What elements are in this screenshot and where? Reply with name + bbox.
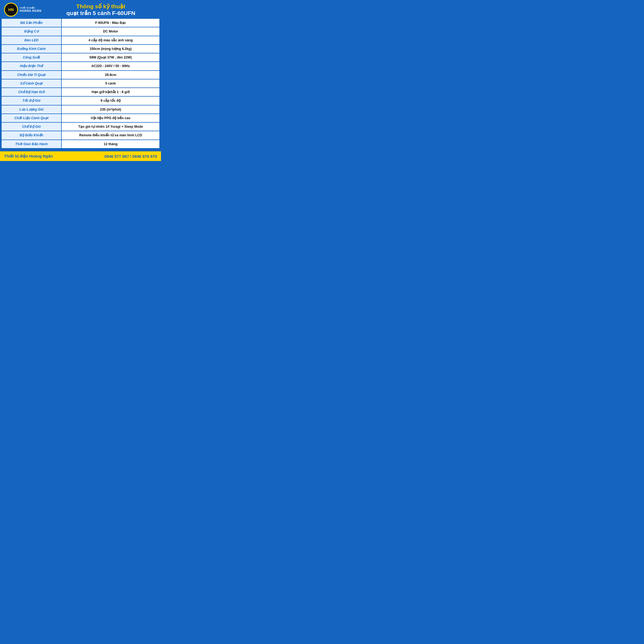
table-row: Lưu Lượng Gió235 (m³/phút) [2,105,159,114]
footer-brand: Thiết bị điện Hoàng Ngân [4,154,53,159]
row-label: Thời Gian Bảo Hành [2,140,61,148]
row-value: 9 cấp tốc độ [61,96,159,105]
row-value: 59W (Quạt 37W , đèn 22W) [61,53,159,62]
row-label: Động Cơ [2,27,61,36]
row-value: 12 tháng [61,140,159,148]
table-row: Đường Kính Cánh150cm (trọng lượng 6.2kg) [2,45,159,53]
row-label: Công Suất [2,53,61,62]
table-row: Đèn LED4 cấp độ màu sắc ánh sáng [2,36,159,45]
row-value: 28.8cm [61,71,159,79]
row-value: Tạo gió tự nhiên 1/f Yuragi + Sleep Mode [61,122,159,131]
table-row: Bộ Điều KhiểnRemote điều khiển từ xa màn… [2,131,159,140]
row-value: F-60UFN - Màu Bạc [61,19,159,27]
row-label: Đèn LED [2,36,61,45]
row-value: DC Motor [61,27,159,36]
row-label: Lưu Lượng Gió [2,105,61,114]
table-wrapper: Mã Sản PhẩmF-60UFN - Màu BạcĐộng CơDC Mo… [0,19,161,151]
row-label: Chế Độ Hẹn Giờ [2,88,61,96]
title-line1: Thông số kỹ thuật [45,3,157,10]
row-label: Chiều Dài Ti Quạt [2,71,61,79]
table-row: Tốc Độ Gió9 cấp tốc độ [2,96,159,105]
table-row: Hiệu Điện ThếAC220 - 240V / 50 - 60Hz [2,62,159,70]
footer: Thiết bị điện Hoàng Ngân 0946 577 887 / … [0,151,161,161]
row-label: Hiệu Điện Thế [2,62,61,70]
table-row: Số Cánh Quạt5 cánh [2,79,159,88]
logo-line2: HOÀNG NGÂN [20,9,41,13]
row-value: AC220 - 240V / 50 - 60Hz [61,62,159,70]
row-label: Tốc Độ Gió [2,96,61,105]
row-label: Chất Liệu Cánh Quạt [2,114,61,122]
row-value: 150cm (trọng lượng 6.2kg) [61,45,159,53]
row-label: Chế Độ Gió [2,122,61,131]
row-value: 235 (m³/phút) [61,105,159,114]
table-row: Chất Liệu Cánh QuạtVật liệu PPG độ bền c… [2,114,159,122]
row-value: Hẹn giờ bật/tắt 1 - 8 giờ [61,88,159,96]
logo-container: HN THIẾT BỊ ĐIỆN HOÀNG NGÂN [4,3,41,17]
row-label: Số Cánh Quạt [2,79,61,88]
table-row: Mã Sản PhẩmF-60UFN - Màu Bạc [2,19,159,27]
table-row: Chiều Dài Ti Quạt28.8cm [2,71,159,79]
table-row: Thời Gian Bảo Hành12 tháng [2,140,159,148]
row-label: Bộ Điều Khiển [2,131,61,140]
header-title: Thông số kỹ thuật quạt trần 5 cánh F-60U… [45,3,157,16]
table-row: Công Suất59W (Quạt 37W , đèn 22W) [2,53,159,62]
header: HN THIẾT BỊ ĐIỆN HOÀNG NGÂN Thông số kỹ … [0,0,161,19]
logo-hn-text: HN [8,8,14,12]
row-value: Vật liệu PPG độ bền cao [61,114,159,122]
row-value: 4 cấp độ màu sắc ánh sáng [61,36,159,45]
table-row: Chế Độ Hẹn GiờHẹn giờ bật/tắt 1 - 8 giờ [2,88,159,96]
logo-text: THIẾT BỊ ĐIỆN HOÀNG NGÂN [20,7,41,13]
title-line2: quạt trần 5 cánh F-60UFN [45,10,157,16]
logo-circle: HN [4,3,18,17]
row-label: Đường Kính Cánh [2,45,61,53]
table-row: Chế Độ GióTạo gió tự nhiên 1/f Yuragi + … [2,122,159,131]
logo-line1: THIẾT BỊ ĐIỆN [20,7,41,9]
footer-phone: 0946 577 887 / 0946 978 879 [104,154,157,159]
table-row: Động CơDC Motor [2,27,159,36]
row-value: Remote điều khiển từ xa màn hình LCD [61,131,159,140]
specs-table: Mã Sản PhẩmF-60UFN - Màu BạcĐộng CơDC Mo… [2,19,159,149]
row-value: 5 cánh [61,79,159,88]
row-label: Mã Sản Phẩm [2,19,61,27]
